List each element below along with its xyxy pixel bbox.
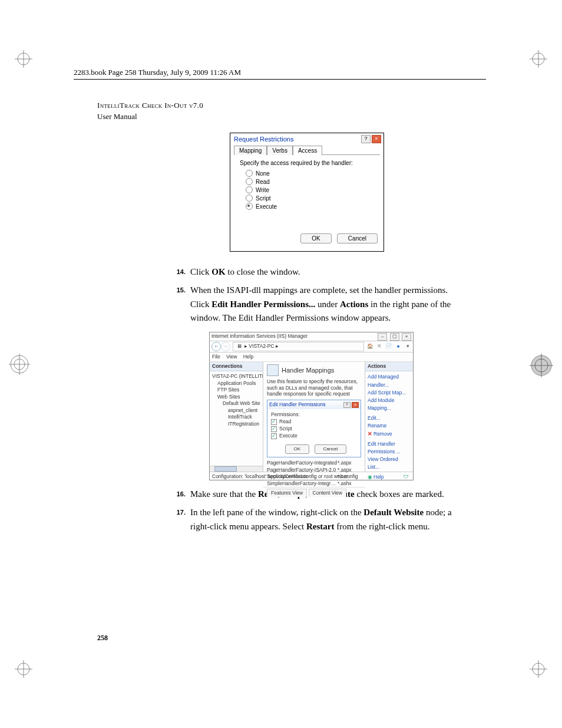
tab-mapping[interactable]: Mapping <box>234 146 267 155</box>
tab-access[interactable]: Access <box>293 146 322 155</box>
close-icon[interactable]: × <box>402 333 411 341</box>
svg-point-6 <box>18 663 29 675</box>
opt-script: Script <box>256 195 271 202</box>
crop-mark-icon <box>15 660 32 678</box>
dialog-title: Request Restrictions <box>234 136 294 143</box>
window-title: Internet Information Services (IIS) Mana… <box>211 332 308 340</box>
target-icon <box>9 354 30 375</box>
action-view-ordered-list[interactable]: View Ordered List... <box>368 456 411 471</box>
tree-default-web[interactable]: Default Web Site <box>223 400 262 407</box>
menu-bar: File View Help <box>210 353 413 362</box>
action-remove[interactable]: Remove <box>373 431 392 437</box>
tree-intellitrack[interactable]: IntelliTrack <box>228 414 262 420</box>
actions-header: Actions <box>365 362 413 371</box>
menu-view[interactable]: View <box>226 354 237 360</box>
remove-icon: ✕ <box>368 431 372 437</box>
breadcrumb[interactable]: 🖥▸ VISTA2-PC ▸ <box>233 342 364 351</box>
crop-mark-icon <box>530 50 547 68</box>
tree-server[interactable]: VISTA2-PC (INTELLITRACKIN <box>212 373 262 380</box>
refresh-icon[interactable]: ✕ <box>376 343 383 350</box>
main-description: Use this feature to specify the resource… <box>263 378 365 400</box>
svg-point-12 <box>11 355 28 373</box>
handler-mappings-icon <box>267 364 279 376</box>
tree-app-pools[interactable]: Application Pools <box>217 380 262 387</box>
ok-button[interactable]: OK <box>285 444 310 454</box>
menu-file[interactable]: File <box>212 354 220 360</box>
checkbox-execute[interactable] <box>271 433 277 439</box>
svg-point-0 <box>18 53 29 65</box>
step-number: 15. <box>168 284 190 325</box>
table-row: SimpleHandlerFactory-Integra...*.ashx <box>267 480 361 487</box>
radio-read[interactable] <box>246 178 253 185</box>
server-icon: 🖥 <box>237 342 242 350</box>
maximize-icon[interactable]: ▢ <box>390 333 399 341</box>
opt-write: Write <box>256 187 269 193</box>
svg-point-9 <box>533 663 544 675</box>
svg-point-13 <box>14 359 25 370</box>
crop-mark-icon <box>15 50 32 68</box>
target-icon <box>530 354 553 377</box>
tab-verbs[interactable]: Verbs <box>267 146 293 155</box>
action-add-script-map[interactable]: Add Script Map... <box>368 389 411 397</box>
back-button[interactable]: ← <box>211 342 221 351</box>
step-14-text: Click OK to close the window. <box>190 265 459 279</box>
status-text: Configuration: 'localhost' applicationHo… <box>212 473 358 480</box>
help-icon[interactable]: ? <box>361 135 371 143</box>
radio-script[interactable] <box>246 195 253 202</box>
tab-features-view[interactable]: Features View <box>267 489 307 497</box>
book-footer-line: 2283.book Page 258 Thursday, July 9, 200… <box>74 68 486 80</box>
step-15-text: When the ISAPI-dll mappings are complete… <box>190 284 459 325</box>
help-icon[interactable]: ? <box>343 402 351 408</box>
manual-title: IntelliTrack Check In-Out v7.0 <box>97 101 203 110</box>
radio-execute[interactable] <box>246 203 253 210</box>
help-icon[interactable]: ● <box>395 343 402 350</box>
table-row: PageHandlerFactory-Integrated*.aspx <box>267 460 361 466</box>
handler-list[interactable]: PageHandlerFactory-Integrated*.aspx Page… <box>263 457 365 487</box>
radio-none[interactable] <box>246 170 253 177</box>
tab-content-view[interactable]: Content View <box>309 489 346 497</box>
close-icon[interactable]: × <box>352 402 359 408</box>
tree-web-sites[interactable]: Web Sites <box>217 394 262 400</box>
tree-ftp-sites[interactable]: FTP Sites <box>217 387 262 393</box>
request-restrictions-dialog: Request Restrictions ? × Mapping Verbs A… <box>230 133 384 252</box>
sites-icon[interactable]: 📄 <box>385 343 392 350</box>
action-add-managed-handler[interactable]: Add Managed Handler... <box>368 373 411 388</box>
permissions-label: Permissions: <box>271 411 357 419</box>
dialog-title: Edit Handler Permissions <box>269 401 325 409</box>
home-icon[interactable]: 🏠 <box>366 343 373 350</box>
menu-help[interactable]: Help <box>243 354 253 360</box>
close-icon[interactable]: × <box>372 135 381 143</box>
action-edit[interactable]: Edit... <box>368 414 411 422</box>
opt-read: Read <box>279 419 291 424</box>
opt-execute: Execute <box>256 203 277 210</box>
help-icon: ◉ <box>368 474 372 480</box>
iis-manager-window: Internet Information Services (IIS) Mana… <box>209 332 414 480</box>
step-number: 16. <box>168 487 190 501</box>
opt-script: Script <box>279 426 292 431</box>
cancel-button[interactable]: Cancel <box>315 444 347 454</box>
action-edit-handler-permissions[interactable]: Edit Handler Permissions ... <box>368 440 411 456</box>
ok-button[interactable]: OK <box>300 233 331 243</box>
scrollbar[interactable] <box>210 466 263 472</box>
cancel-button[interactable]: Cancel <box>337 233 378 243</box>
radio-write[interactable] <box>246 186 253 193</box>
step-number: 17. <box>168 506 190 533</box>
step-number: 14. <box>168 265 190 279</box>
opt-read: Read <box>256 179 270 185</box>
action-help[interactable]: Help <box>373 474 384 480</box>
connections-tree[interactable]: VISTA2-PC (INTELLITRACKIN Application Po… <box>210 371 263 466</box>
connections-header: Connections <box>210 362 263 371</box>
action-add-module-mapping[interactable]: Add Module Mapping... <box>368 397 411 412</box>
action-rename[interactable]: Rename <box>368 422 411 430</box>
dropdown-icon[interactable]: ▾ <box>404 343 411 350</box>
checkbox-script[interactable] <box>271 426 277 432</box>
tree-itreg[interactable]: ITRegistration <box>228 421 262 427</box>
forward-button[interactable]: → <box>221 342 230 351</box>
checkbox-read[interactable] <box>271 419 277 425</box>
manual-subtitle: User Manual <box>97 112 137 121</box>
page-number: 258 <box>97 634 108 643</box>
status-icon: 🛡 <box>404 473 411 480</box>
svg-point-17 <box>535 359 548 372</box>
tree-aspnet[interactable]: aspnet_client <box>228 407 262 414</box>
minimize-icon[interactable]: – <box>378 333 387 341</box>
